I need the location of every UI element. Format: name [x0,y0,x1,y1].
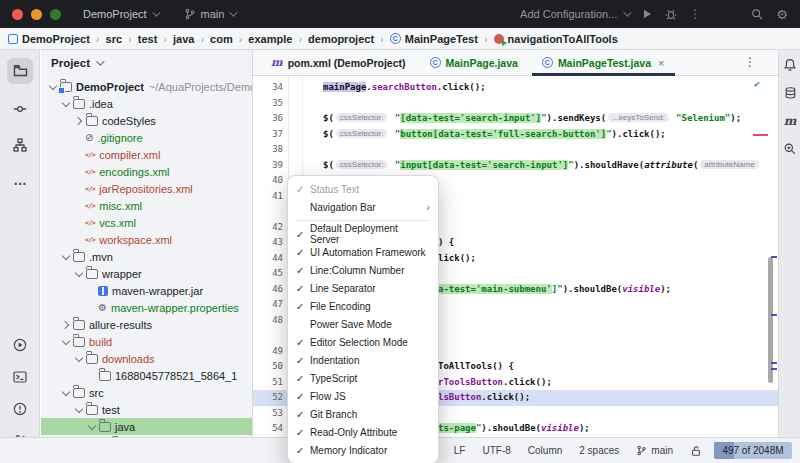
menu-item-typescript[interactable]: ✓TypeScript [288,369,438,387]
tree-row-allure-results[interactable]: allure-results [41,316,252,333]
selection-mode-widget[interactable]: Column [528,445,562,456]
tree-row-.gitignore[interactable]: .gitignore [41,129,252,146]
gutter-line-number[interactable]: 37 [253,129,283,139]
tree-expand-arrow[interactable] [60,255,72,259]
gutter-line-number[interactable]: 36 [253,113,283,123]
find-tool-window-button[interactable] [779,142,800,156]
line-separator-widget[interactable]: LF [454,445,466,456]
breadcrumb-item[interactable]: demoproject [308,33,374,45]
close-tab-icon[interactable]: × [658,57,664,69]
tree-row-vcs.xml[interactable]: vcs.xml [41,214,252,231]
menu-item-ui-automation-framework[interactable]: ✓UI Automation Framework [288,243,438,261]
gutter-line-number[interactable]: 54 [253,423,283,433]
tree-row-workspace.xml[interactable]: workspace.xml [41,231,252,248]
tree-row-build[interactable]: build [41,333,252,350]
breadcrumb-item[interactable]: src [106,33,123,45]
tree-row-codeStyles[interactable]: codeStyles [41,112,252,129]
gutter-line-number[interactable]: 47 [253,299,283,309]
tree-row-.idea[interactable]: .idea [41,95,252,112]
editor-tab[interactable]: MainPageTest.java× [530,50,677,75]
inspections-ok-icon[interactable]: ✔ [754,78,760,89]
menu-item-power-save-mode[interactable]: Power Save Mode [288,315,438,333]
project-panel-header[interactable]: Project [41,50,252,76]
breadcrumb-item[interactable]: java [173,33,194,45]
editor-tab[interactable]: pom.xml (DemoProject) [259,50,418,75]
gutter-line-number[interactable]: 45 [253,268,283,278]
code-line[interactable]: ToAllTools() { [438,361,514,371]
search-everywhere-icon[interactable] [751,8,764,21]
menu-item-indentation[interactable]: ✓Indentation [288,351,438,369]
gutter-line-number[interactable]: 52 [253,392,283,402]
menu-item-editor-selection-mode[interactable]: ✓Editor Selection Mode [288,333,438,351]
project-tool-window-button[interactable] [0,64,40,77]
gutter-line-number[interactable]: 41 [253,191,283,201]
tree-row-encodings.xml[interactable]: encodings.xml [41,163,252,180]
tree-row-1688045778521_5864_1[interactable]: 1688045778521_5864_1 [41,367,252,384]
error-stripe-mark[interactable] [753,134,768,136]
breadcrumb-item[interactable]: example [248,33,292,45]
debug-icon[interactable] [665,8,677,20]
settings-gear-icon[interactable]: ⚙ [776,7,788,22]
memory-indicator[interactable]: 497 of 2048M [714,442,792,459]
tree-expand-arrow[interactable] [73,118,85,124]
gutter-line-number[interactable]: 51 [253,377,283,387]
code-line[interactable]: a-test='main-submenu']").shouldBe(visibl… [438,284,671,294]
code-line[interactable]: rToolsButton.click(); [438,377,552,387]
tree-row-misc.xml[interactable]: misc.xml [41,197,252,214]
code-line[interactable]: ) { [438,237,454,247]
gutter-line-number[interactable]: 39 [253,160,283,170]
run-icon[interactable] [641,8,653,20]
tree-row-maven-wrapper.properties[interactable]: maven-wrapper.properties [41,299,252,316]
code-line[interactable]: $(cssSelector: "button[data-test='full-s… [323,129,666,139]
more-tool-windows-icon[interactable]: ⋯ [0,176,40,191]
gutter-line-number[interactable]: 44 [253,253,283,263]
editor-scrollbar[interactable] [768,257,773,383]
more-actions-icon[interactable]: ⋮ [689,7,701,21]
tree-expand-arrow[interactable] [73,272,85,276]
gutter-line-number[interactable]: 35 [253,98,283,108]
read-only-lock-icon[interactable] [690,445,702,457]
minimize-window-button[interactable] [31,9,42,20]
breadcrumb-item[interactable]: MainPageTest [390,33,478,45]
gutter-line-number[interactable]: 43 [253,237,283,247]
tree-row-wrapper[interactable]: wrapper [41,265,252,282]
code-line[interactable]: $(cssSelector: "[data-test='search-input… [323,113,741,123]
gutter-line-number[interactable]: 40 [253,175,283,185]
project-widget[interactable]: DemoProject [83,8,158,20]
tree-expand-arrow[interactable] [60,391,72,395]
maven-tool-window-button[interactable]: m [779,114,800,128]
gutter-line-number[interactable]: 42 [253,222,283,232]
database-tool-window-button[interactable] [779,86,800,100]
editor-tab[interactable]: MainPage.java [418,50,530,75]
tree-expand-arrow[interactable] [73,408,85,412]
tree-expand-arrow[interactable] [86,425,98,429]
run-configuration-selector[interactable]: Add Configuration... [520,8,629,20]
indent-widget[interactable]: 2 spaces [579,445,619,456]
breadcrumb-item[interactable]: test [138,33,158,45]
menu-item-file-encoding[interactable]: ✓File Encoding [288,297,438,315]
menu-item-status-text[interactable]: ✓Status Text [288,180,438,198]
git-branch-widget[interactable]: main [636,445,673,456]
tree-row-src[interactable]: src [41,384,252,401]
tree-row-test[interactable]: test [41,401,252,418]
menu-item-read-only-attribute[interactable]: ✓Read-Only Attribute [288,423,438,441]
close-window-button[interactable] [12,9,23,20]
encoding-widget[interactable]: UTF-8 [482,445,510,456]
menu-item-line-column-number[interactable]: ✓Line:Column Number [288,261,438,279]
breadcrumb-item[interactable]: navigationToAllTools [494,33,618,45]
commit-tool-window-button[interactable] [0,102,40,116]
tree-row-DemoProject[interactable]: DemoProject~/AquaProjects/DemoProject [41,78,252,95]
tree-row-jarRepositories.xml[interactable]: jarRepositories.xml [41,180,252,197]
menu-item-default-deployment-server[interactable]: ✓Default Deployment Server [288,225,438,243]
menu-item-memory-indicator[interactable]: ✓Memory Indicator [288,441,438,459]
code-line[interactable]: $(cssSelector: "input[data-test='search-… [323,160,761,170]
tree-expand-arrow[interactable] [60,322,72,328]
inspection-widget-kebab-icon[interactable]: ⋮ [744,55,756,69]
gutter-line-number[interactable]: 34 [253,82,283,92]
gutter-line-number[interactable]: 38 [253,144,283,154]
notifications-bell-icon[interactable] [779,58,800,72]
gutter-line-number[interactable]: 50 [253,361,283,371]
menu-item-flow-js[interactable]: ✓Flow JS [288,387,438,405]
menu-item-navigation-bar[interactable]: Navigation Bar› [288,198,438,216]
tree-expand-arrow[interactable] [60,102,72,106]
